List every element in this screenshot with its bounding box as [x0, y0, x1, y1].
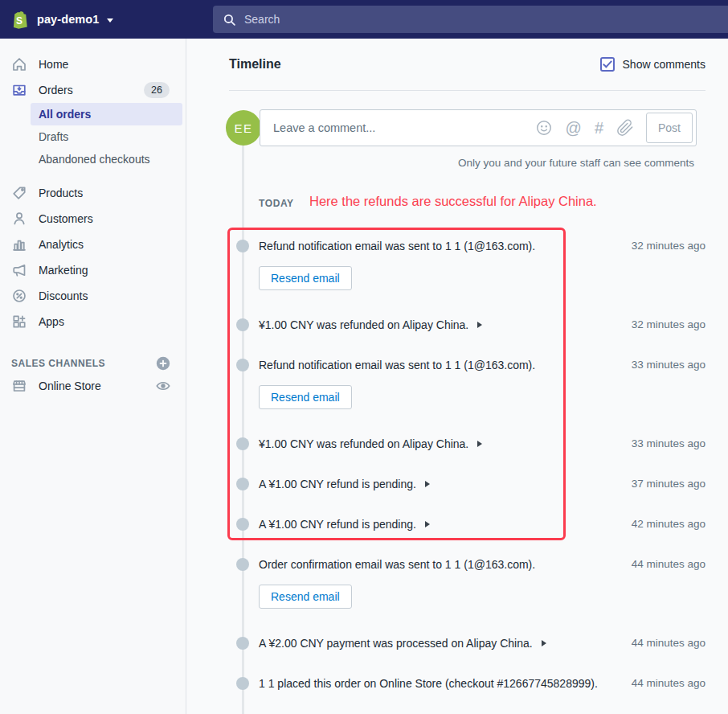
avatar: EE [226, 110, 261, 146]
search-input[interactable] [244, 13, 566, 26]
sidebar-subitem-label: All orders [39, 108, 91, 121]
resend-email-button[interactable]: Resend email [259, 266, 352, 290]
sidebar-subitem-label: Abandoned checkouts [39, 153, 150, 166]
sidebar-subitem-label: Drafts [39, 130, 68, 143]
sidebar-item-products[interactable]: Products [0, 180, 186, 206]
apps-grid-icon [11, 314, 27, 330]
home-icon [11, 56, 27, 72]
event-timestamp: 44 minutes ago [622, 635, 706, 651]
shopify-logo-icon: S [10, 10, 29, 30]
show-comments-label: Show comments [623, 58, 706, 71]
sidebar-item-discounts[interactable]: Discounts [0, 283, 186, 309]
sidebar-item-drafts[interactable]: Drafts [31, 125, 182, 148]
sidebar-item-label: Home [39, 58, 68, 71]
orders-icon [11, 82, 27, 98]
timeline-dot [236, 478, 249, 490]
timeline-event: A ¥1.00 CNY refund is pending. 37 minute… [236, 476, 706, 492]
event-timestamp: 44 minutes ago [622, 675, 706, 691]
show-comments-toggle[interactable]: Show comments [600, 57, 706, 72]
page-title: Timeline [229, 57, 281, 72]
event-timestamp: 37 minutes ago [622, 476, 706, 492]
annotation-text: Here the refunds are successful for Alip… [309, 194, 597, 209]
expand-caret-icon[interactable] [477, 441, 482, 447]
sidebar-item-abandoned-checkouts[interactable]: Abandoned checkouts [31, 148, 182, 170]
sidebar-item-apps[interactable]: Apps [0, 309, 186, 334]
timeline-event: ¥1.00 CNY was refunded on Alipay China. … [236, 317, 706, 333]
timeline-dot [236, 359, 249, 371]
sidebar-item-label: Orders [39, 84, 73, 96]
resend-email-button[interactable]: Resend email [259, 585, 352, 609]
event-text: ¥1.00 CNY was refunded on Alipay China. [259, 436, 468, 452]
orders-count-badge: 26 [144, 82, 170, 99]
bar-chart-icon [11, 236, 27, 252]
store-switcher[interactable]: S pay-demo1 [0, 10, 113, 30]
timeline-event: ¥1.00 CNY was refunded on Alipay China. … [236, 436, 706, 452]
preview-store-button[interactable] [155, 378, 171, 394]
comment-input-container: @ # Post [260, 109, 697, 146]
global-search[interactable] [213, 6, 728, 33]
comment-privacy-note: Only you and your future staff can see c… [458, 157, 694, 169]
sidebar-item-analytics[interactable]: Analytics [0, 232, 186, 257]
expand-caret-icon[interactable] [477, 322, 482, 328]
megaphone-icon [11, 262, 27, 278]
timeline-dot [236, 677, 249, 690]
timeline-event: A ¥2.00 CNY payment was processed on Ali… [236, 635, 706, 651]
search-icon [223, 13, 236, 27]
at-mention-icon[interactable]: @ [566, 119, 582, 137]
today-label: TODAY [259, 198, 294, 209]
sidebar-item-label: Marketing [39, 264, 88, 277]
timeline-event: Refund notification email was sent to 1 … [236, 357, 706, 409]
smiley-icon[interactable] [535, 119, 553, 137]
sidebar-item-customers[interactable]: Customers [0, 206, 186, 232]
sidebar: Home Orders 26 All orders Drafts Abandon… [0, 39, 186, 714]
avatar-initials: EE [234, 121, 252, 135]
sidebar-item-home[interactable]: Home [0, 51, 186, 77]
paperclip-icon[interactable] [616, 119, 634, 137]
event-timestamp: 44 minutes ago [622, 556, 706, 572]
show-comments-checkbox[interactable] [600, 57, 615, 72]
event-timestamp: 33 minutes ago [622, 436, 706, 452]
sidebar-group-gap [0, 170, 186, 180]
sidebar-item-label: Customers [39, 212, 93, 225]
timeline-dot [236, 318, 249, 331]
timeline-dot [236, 558, 249, 571]
discount-icon [11, 288, 27, 304]
expand-caret-icon[interactable] [542, 640, 546, 646]
comment-input[interactable] [273, 121, 529, 134]
sidebar-item-label: Online Store [39, 380, 101, 392]
timeline-dot [236, 240, 249, 252]
event-text: Refund notification email was sent to 1 … [259, 238, 535, 254]
event-text: 1 1 placed this order on Online Store (c… [259, 675, 598, 691]
timeline-header: Timeline Show comments [229, 39, 706, 91]
event-text: ¥1.00 CNY was refunded on Alipay China. [259, 317, 468, 333]
sales-channels-header: SALES CHANNELS [0, 354, 186, 373]
sidebar-item-marketing[interactable]: Marketing [0, 257, 186, 283]
event-timestamp: 32 minutes ago [622, 238, 706, 254]
sidebar-item-label: Products [39, 187, 83, 199]
expand-caret-icon[interactable] [425, 521, 430, 527]
sidebar-item-all-orders[interactable]: All orders [31, 103, 182, 125]
tag-icon [11, 185, 27, 201]
sidebar-item-orders[interactable]: Orders 26 [0, 77, 186, 103]
expand-caret-icon[interactable] [425, 481, 430, 487]
sidebar-item-label: Discounts [39, 289, 88, 302]
chevron-down-icon [107, 18, 113, 23]
add-channel-button[interactable] [155, 355, 171, 371]
event-timestamp: 42 minutes ago [622, 516, 706, 532]
comment-toolbar: @ # [535, 119, 634, 137]
hashtag-icon[interactable]: # [595, 119, 603, 137]
event-text: A ¥2.00 CNY payment was processed on Ali… [259, 635, 533, 651]
timeline-dot [236, 518, 249, 531]
event-text: A ¥1.00 CNY refund is pending. [259, 476, 416, 492]
post-button[interactable]: Post [646, 113, 693, 143]
sidebar-item-online-store[interactable]: Online Store [0, 373, 186, 399]
plus-circle-icon [155, 355, 171, 371]
timeline-event: 1 1 placed this order on Online Store (c… [236, 675, 706, 691]
timeline-vertical-line [242, 146, 244, 714]
event-text: A ¥1.00 CNY refund is pending. [259, 516, 416, 532]
event-timestamp: 33 minutes ago [622, 357, 706, 373]
topbar: S pay-demo1 [0, 0, 728, 39]
timeline-event: Order confirmation email was sent to 1 1… [236, 556, 706, 609]
storefront-icon [11, 378, 27, 394]
resend-email-button[interactable]: Resend email [259, 385, 352, 409]
